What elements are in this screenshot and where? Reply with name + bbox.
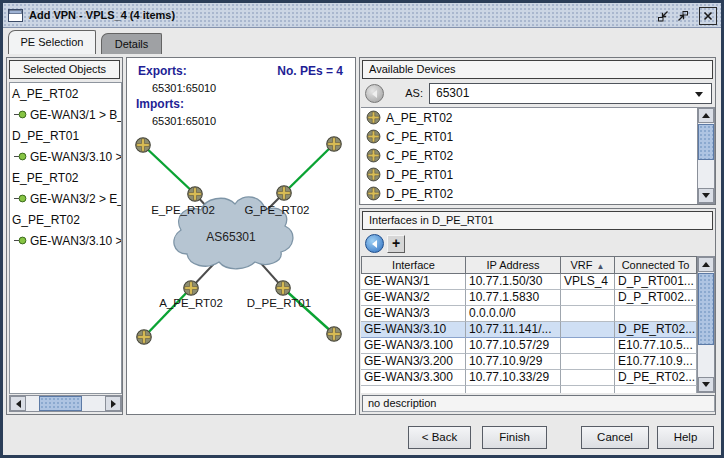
- cancel-button[interactable]: Cancel: [581, 426, 649, 449]
- device-list: A_PE_RT02 C_PE_RT01 C_PE_RT02 D_PE_RT01 …: [361, 107, 697, 204]
- add-interface-button[interactable]: +: [387, 235, 405, 253]
- topology-panel: E_PE_RT02 G_PE_RT02 A_PE_RT02 D_PE_RT01 …: [126, 57, 356, 415]
- table-cell: [561, 322, 615, 338]
- table-row[interactable]: GE-WAN3/3.300 10.77.10.33/29 D_PE_RT02..…: [361, 370, 697, 386]
- topology-canvas: E_PE_RT02 G_PE_RT02 A_PE_RT02 D_PE_RT01 …: [127, 58, 355, 414]
- table-row[interactable]: GE-WAN3/1 10.77.1.50/30 VPLS_4 D_P_RT001…: [361, 274, 697, 290]
- device-label: A_PE_RT02: [386, 111, 453, 125]
- maximize-icon[interactable]: [675, 8, 691, 24]
- tree-item-label: D_PE_RT01: [12, 129, 79, 143]
- router-icon: [366, 129, 381, 144]
- green-link: [144, 288, 191, 337]
- tree-item-interface[interactable]: GE-WAN3/3.10 >: [10, 146, 121, 167]
- column-header-vrf[interactable]: VRF▲: [561, 256, 615, 274]
- edge-router-node[interactable]: [136, 138, 151, 153]
- table-cell: [561, 306, 615, 322]
- scrollbar-thumb[interactable]: [698, 273, 714, 345]
- router-icon: [366, 167, 381, 182]
- vertical-scrollbar[interactable]: [697, 107, 715, 204]
- device-label: D_PE_RT01: [386, 168, 453, 182]
- device-list-item[interactable]: D_PE_RT01: [361, 165, 697, 184]
- scrollbar-thumb[interactable]: [698, 124, 714, 160]
- selected-objects-panel: Selected Objects A_PE_RT02 GE-WAN3/1 > B…: [6, 57, 123, 415]
- scroll-up-button[interactable]: [698, 257, 714, 272]
- horizontal-scrollbar[interactable]: [9, 395, 122, 412]
- table-cell: 10.77.11.141/...: [466, 322, 561, 338]
- pe-router-node-a[interactable]: [184, 281, 199, 296]
- as-combobox[interactable]: 65301: [429, 83, 712, 104]
- title-bar[interactable]: Add VPN - VPLS_4 (4 items): [3, 3, 721, 28]
- available-devices-panel: Available Devices AS: 65301 A_PE_RT02 C_…: [359, 57, 716, 205]
- interfaces-back-button[interactable]: [365, 234, 384, 253]
- column-header-connected[interactable]: Connected To: [615, 256, 697, 274]
- table-row[interactable]: GE-WAN3/3 0.0.0.0/0: [361, 306, 697, 322]
- device-list-item[interactable]: E_PE_RT01: [361, 203, 697, 204]
- node-label: E_PE_RT02: [151, 204, 215, 216]
- combobox-dropdown-icon: [695, 92, 703, 97]
- table-cell: 10.77.1.5830: [466, 290, 561, 306]
- scroll-down-button[interactable]: [698, 377, 714, 392]
- vertical-scrollbar[interactable]: [697, 256, 715, 393]
- table-row-selected[interactable]: GE-WAN3/3.10 10.77.11.141/... D_PE_RT02.…: [361, 322, 697, 338]
- table-cell: [615, 386, 697, 393]
- node-label: A_PE_RT02: [159, 297, 223, 309]
- device-list-item[interactable]: A_PE_RT02: [361, 108, 697, 127]
- column-label: IP Address: [487, 259, 540, 271]
- back-button[interactable]: < Back: [408, 426, 471, 449]
- tab-pe-selection[interactable]: PE Selection: [8, 30, 96, 54]
- device-list-item[interactable]: C_PE_RT01: [361, 127, 697, 146]
- table-cell: 10.77.10.57/29: [466, 338, 561, 354]
- as-back-button[interactable]: [365, 84, 384, 103]
- as-combobox-value: 65301: [436, 86, 469, 100]
- device-label: C_PE_RT02: [386, 149, 453, 163]
- scroll-up-button[interactable]: [698, 108, 714, 123]
- pe-router-node-e[interactable]: [188, 187, 203, 202]
- table-cell: GE-WAN3/3.100: [361, 338, 466, 354]
- table-row-partial[interactable]: [361, 386, 697, 393]
- table-cell: E10.77.10.5...: [615, 338, 697, 354]
- table-cell: [466, 386, 561, 393]
- edge-router-node[interactable]: [327, 137, 342, 152]
- help-button[interactable]: Help: [657, 426, 714, 449]
- pe-router-node-g[interactable]: [277, 186, 292, 201]
- edge-router-node[interactable]: [137, 330, 152, 345]
- tree-item-interface[interactable]: GE-WAN3/1 > B_I: [10, 104, 121, 125]
- table-row[interactable]: GE-WAN3/3.200 10.77.10.9/29 E10.77.10.9.…: [361, 354, 697, 370]
- tree-item-interface[interactable]: GE-WAN3/2 > E_I: [10, 188, 121, 209]
- minimize-icon[interactable]: [655, 8, 671, 24]
- tree-item-interface[interactable]: GE-WAN3/3.10 >: [10, 230, 121, 251]
- table-cell: D_PE_RT02...: [615, 322, 697, 338]
- tree-item-device[interactable]: A_PE_RT02: [10, 83, 121, 104]
- scroll-left-button[interactable]: [10, 396, 26, 411]
- imports-value: 65301:65010: [152, 115, 216, 127]
- device-list-item[interactable]: C_PE_RT02: [361, 146, 697, 165]
- column-header-ip[interactable]: IP Address: [466, 256, 561, 274]
- pe-router-node-d[interactable]: [276, 281, 291, 296]
- close-icon[interactable]: [699, 7, 717, 25]
- device-label: C_PE_RT01: [386, 130, 453, 144]
- scroll-right-button[interactable]: [105, 396, 121, 411]
- column-label: VRF: [571, 259, 593, 271]
- tree-item-label: GE-WAN3/3.10 >: [30, 150, 121, 164]
- finish-button[interactable]: Finish: [482, 426, 547, 449]
- available-devices-header: Available Devices: [362, 60, 713, 79]
- table-row[interactable]: GE-WAN3/3.100 10.77.10.57/29 E10.77.10.5…: [361, 338, 697, 354]
- edge-router-node[interactable]: [327, 327, 342, 342]
- column-label: Connected To: [622, 259, 690, 271]
- tab-details[interactable]: Details: [101, 33, 162, 54]
- tree-item-device[interactable]: G_PE_RT02: [10, 209, 121, 230]
- window-icon: [8, 9, 23, 22]
- tree-item-device[interactable]: D_PE_RT01: [10, 125, 121, 146]
- scroll-down-button[interactable]: [698, 188, 714, 203]
- column-label: Interface: [392, 259, 435, 271]
- tree-node-icon: [14, 193, 27, 204]
- device-list-item[interactable]: D_PE_RT02: [361, 184, 697, 203]
- as-label: AS:: [393, 87, 423, 99]
- table-row[interactable]: GE-WAN3/2 10.77.1.5830 D_P_RT002...: [361, 290, 697, 306]
- column-header-interface[interactable]: Interface: [361, 256, 466, 274]
- tree-item-label: E_PE_RT02: [12, 171, 79, 185]
- tree-item-device[interactable]: E_PE_RT02: [10, 167, 121, 188]
- router-icon: [366, 148, 381, 163]
- scrollbar-thumb[interactable]: [39, 396, 82, 411]
- selected-objects-header[interactable]: Selected Objects: [9, 60, 120, 79]
